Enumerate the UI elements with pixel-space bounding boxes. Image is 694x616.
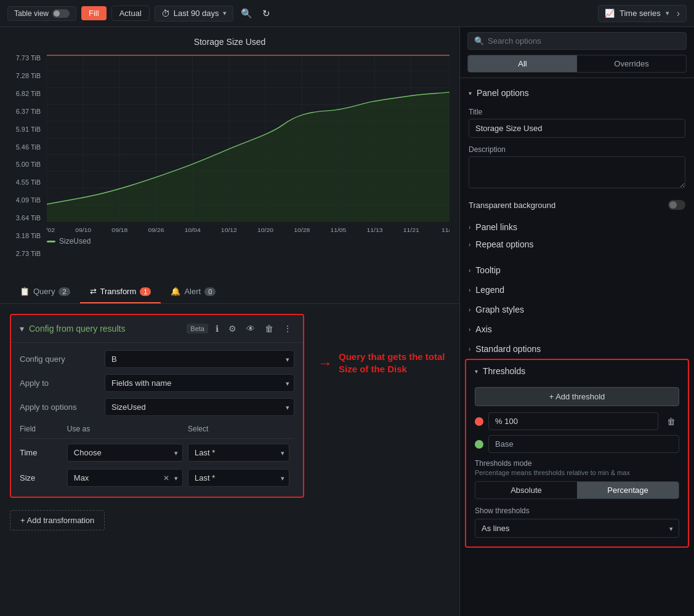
title-input[interactable]: [469, 119, 685, 138]
chevron-down-icon: ▾: [20, 324, 24, 334]
delete-transform-button[interactable]: 🗑: [262, 321, 276, 336]
svg-text:10/04: 10/04: [185, 226, 201, 233]
standard-options-header[interactable]: › Standard options: [460, 339, 694, 359]
tab-transform[interactable]: ⇄ Transform 1: [80, 281, 161, 303]
apply-to-options-row: Apply to options SizeUsed: [20, 398, 294, 416]
threshold-item-100: 🗑: [475, 412, 679, 430]
threshold-value-base[interactable]: [488, 435, 679, 453]
repeat-options-chevron: ›: [469, 241, 470, 248]
chart-title: Storage Size Used: [10, 37, 450, 47]
transparent-label: Transparent background: [469, 201, 555, 210]
tooltip-label: Tooltip: [475, 265, 500, 275]
tab-transform-label: Transform: [100, 287, 137, 296]
absolute-mode-button[interactable]: Absolute: [475, 482, 577, 498]
query-icon: 📋: [20, 287, 30, 296]
time-range-label: Last 90 days: [174, 9, 219, 18]
config-query-select[interactable]: B: [105, 350, 294, 368]
apply-to-options-select-wrapper: SizeUsed: [105, 398, 294, 416]
viz-label: Time series: [619, 9, 661, 18]
main-layout: Storage Size Used 7.73 TiB 7.28 TiB 6.82…: [0, 27, 694, 616]
top-bar: Table view Fill Actual ⏱ Last 90 days ▾ …: [0, 0, 694, 27]
show-thresholds-label: Show thresholds: [475, 506, 679, 515]
refresh-button[interactable]: ↻: [260, 6, 273, 22]
viz-selector[interactable]: 📈 Time series ▾ ›: [598, 5, 687, 22]
thresholds-header[interactable]: ▾ Thresholds: [466, 360, 688, 382]
fill-button[interactable]: Fill: [81, 6, 107, 20]
description-field-group: Description: [469, 145, 685, 190]
right-panel-header: 🔍 All Overrides: [460, 27, 694, 78]
apply-to-select[interactable]: Fields with name: [105, 374, 294, 392]
zoom-out-button[interactable]: 🔍: [238, 6, 255, 22]
delete-threshold-button[interactable]: 🗑: [663, 415, 679, 428]
apply-to-select-wrapper: Fields with name: [105, 374, 294, 392]
threshold-value-100[interactable]: [488, 412, 658, 430]
graph-styles-header[interactable]: › Graph styles: [460, 300, 694, 319]
transparent-toggle[interactable]: [668, 200, 685, 210]
svg-text:09/26: 09/26: [148, 226, 164, 233]
transform-title[interactable]: ▾ Config from query results: [20, 324, 125, 334]
legend-header[interactable]: › Legend: [460, 280, 694, 300]
description-input[interactable]: [469, 156, 685, 188]
use-as-size-select[interactable]: Max: [67, 469, 183, 487]
show-thresholds-select[interactable]: As lines As filled regions Off: [475, 519, 679, 538]
tab-all-button[interactable]: All: [468, 55, 577, 72]
panel-links-header[interactable]: › Panel links: [469, 218, 685, 236]
threshold-dot-red: [475, 417, 483, 426]
tabs-bar: 📋 Query 2 ⇄ Transform 1 🔔 Alert 0: [0, 281, 459, 304]
threshold-body: + Add threshold 🗑 Thresholds mode Percen…: [466, 382, 688, 546]
svg-text:09/02: 09/02: [47, 226, 55, 233]
query-badge: 2: [59, 287, 70, 296]
beta-badge: Beta: [187, 324, 208, 334]
panel-options-header[interactable]: ▾ Panel options: [460, 83, 694, 103]
right-panel: 🔍 All Overrides ▾ Panel options Title De…: [460, 27, 694, 616]
actual-button[interactable]: Actual: [111, 6, 150, 21]
standard-options-label: Standard options: [475, 344, 541, 354]
tab-query-label: Query: [33, 287, 55, 296]
percentage-mode-button[interactable]: Percentage: [577, 482, 679, 498]
select-size-select[interactable]: Last *: [188, 469, 289, 487]
alert-icon: 🔔: [171, 287, 180, 296]
y-axis-labels: 7.73 TiB 7.28 TiB 6.82 TiB 6.37 TiB 5.91…: [10, 54, 44, 257]
top-bar-right: 📈 Time series ▾ ›: [598, 5, 687, 22]
title-field-label: Title: [469, 108, 685, 116]
field-time: Time: [20, 439, 67, 465]
tab-overrides-button[interactable]: Overrides: [577, 55, 686, 72]
search-box: 🔍: [467, 32, 687, 50]
transform-title-text: Config from query results: [29, 324, 125, 334]
axis-chevron: ›: [469, 326, 470, 333]
time-range-button[interactable]: ⏱ Last 90 days ▾: [155, 6, 233, 22]
threshold-mode-sub: Percentage means thresholds relative to …: [475, 469, 679, 476]
use-as-time-select[interactable]: Choose: [67, 444, 183, 462]
debug-button[interactable]: ⚙: [226, 321, 239, 336]
repeat-options-header[interactable]: › Repeat options: [469, 236, 685, 253]
transform-card: ▾ Config from query results Beta ℹ ⚙ 👁 🗑…: [10, 314, 304, 498]
annotation-box: → Query that gets the total Size of the …: [318, 351, 450, 375]
tab-alert[interactable]: 🔔 Alert 0: [161, 281, 225, 303]
col-field: Field: [20, 422, 67, 439]
add-transformation-button[interactable]: + Add transformation: [10, 510, 105, 530]
svg-text:10/28: 10/28: [294, 226, 310, 233]
col-use-as: Use as: [67, 422, 188, 439]
panel-options-chevron: ▾: [469, 90, 472, 97]
threshold-item-base: [475, 435, 679, 453]
visibility-button[interactable]: 👁: [244, 321, 257, 336]
select-time-select[interactable]: Last *: [188, 444, 289, 462]
thresholds-label: Thresholds: [483, 366, 525, 376]
table-view-toggle[interactable]: Table view: [7, 6, 76, 21]
more-button[interactable]: ⋮: [281, 321, 294, 336]
search-icon: 🔍: [474, 36, 484, 46]
search-input[interactable]: [488, 36, 680, 46]
apply-to-options-select[interactable]: SizeUsed: [105, 398, 294, 416]
info-button[interactable]: ℹ: [213, 321, 221, 336]
annotation-text: Query that gets the total Size of the Di…: [339, 351, 450, 375]
transform-card-header: ▾ Config from query results Beta ℹ ⚙ 👁 🗑…: [11, 315, 303, 343]
table-view-switch[interactable]: [52, 9, 70, 18]
tooltip-header[interactable]: › Tooltip: [460, 260, 694, 280]
svg-text:10/20: 10/20: [257, 226, 273, 233]
tab-query[interactable]: 📋 Query 2: [10, 281, 80, 303]
axis-header[interactable]: › Axis: [460, 319, 694, 339]
annotation-arrow: →: [318, 354, 333, 372]
add-threshold-button[interactable]: + Add threshold: [475, 387, 679, 406]
tab-toggle: All Overrides: [467, 55, 687, 73]
repeat-options-label: Repeat options: [475, 239, 533, 249]
